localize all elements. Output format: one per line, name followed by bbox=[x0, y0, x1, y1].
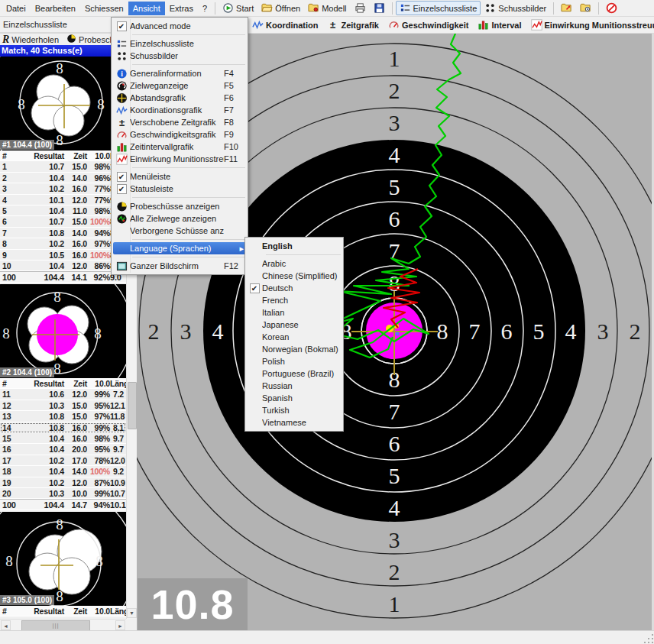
toolbar-button-modell[interactable]: Modell bbox=[304, 1, 350, 15]
shot-row[interactable]: 1210.315.095%12.1 bbox=[0, 400, 126, 411]
language-item-spanish[interactable]: Spanish bbox=[245, 392, 343, 404]
toolbar-button-start[interactable]: Start bbox=[219, 1, 257, 15]
cell: 14.0 bbox=[64, 466, 87, 477]
menu-item-advanced-mode[interactable]: ✔Advanced mode bbox=[112, 20, 248, 32]
menu-item-men-leiste[interactable]: ✔Menüleiste bbox=[112, 170, 248, 183]
shot-group-thumbnail[interactable]: 8888#3 105.0 (100) bbox=[0, 512, 126, 606]
resize-grip[interactable] bbox=[643, 633, 653, 643]
horizontal-scroll-thumb[interactable]: ||| bbox=[21, 620, 90, 631]
speed-icon bbox=[116, 129, 128, 141]
language-item-norwegian-bokmal[interactable]: Norwegian (Bokmal) bbox=[245, 343, 343, 355]
cell: 92% bbox=[87, 272, 110, 283]
shot-row[interactable]: 210.414.096%8 bbox=[0, 173, 126, 183]
menu-item-verborgene-sch-sse-anzeigen[interactable]: Verborgene Schüsse anzeigen bbox=[112, 225, 248, 237]
shot-row[interactable]: 810.216.097%9 bbox=[0, 238, 126, 249]
scroll-left-button[interactable]: ◄ bbox=[1, 620, 11, 630]
shot-row[interactable]: 1910.212.087%10.9 bbox=[0, 477, 126, 488]
table-total-row[interactable]: 100104.414.794%10.1 bbox=[0, 499, 126, 510]
shot-row[interactable]: 710.814.094%8 bbox=[0, 228, 126, 238]
language-item-korean[interactable]: Korean bbox=[245, 331, 343, 343]
language-item-label: Portuguese (Brazil) bbox=[262, 369, 339, 378]
language-item-japanese[interactable]: Japanese bbox=[245, 319, 343, 331]
toolbar-button-print[interactable] bbox=[351, 1, 370, 15]
submenu-arrow-icon: ▸ bbox=[224, 244, 244, 254]
menu-item-zeitintervallgrafik[interactable]: ZeitintervallgrafikF10 bbox=[112, 141, 248, 153]
language-item-portuguese-brazil[interactable]: Portuguese (Brazil) bbox=[245, 367, 343, 380]
shot-row[interactable]: 110.715.098%10 bbox=[0, 161, 126, 172]
graph-toggle-koordination[interactable]: Koordination bbox=[252, 19, 318, 31]
shot-row[interactable]: 410.112.077%9 bbox=[0, 195, 126, 205]
language-item-arabic[interactable]: Arabic bbox=[245, 257, 343, 270]
shot-row[interactable]: 310.216.077%8 bbox=[0, 183, 126, 194]
shot-row[interactable]: 1010.412.086%8 bbox=[0, 261, 126, 271]
menu-item-abstandsgrafik[interactable]: AbstandsgrafikF6 bbox=[112, 92, 248, 104]
menubar-item-bearbeiten[interactable]: Bearbeiten bbox=[31, 2, 80, 15]
shot-row[interactable]: 1410.816.099%8.1 bbox=[0, 422, 126, 433]
cell: 13 bbox=[0, 411, 15, 422]
graph-toggle-zeitgrafik[interactable]: ±Zeitgrafik bbox=[327, 19, 379, 31]
cell: 5 bbox=[0, 205, 15, 216]
language-item-deutsch[interactable]: ✔Deutsch bbox=[245, 282, 343, 294]
repeat-button[interactable]: R Wiederholen bbox=[2, 35, 59, 44]
menu-item-geschwindigkeitsgrafik[interactable]: GeschwindigkeitsgrafikF9 bbox=[112, 128, 248, 141]
svg-text:8: 8 bbox=[53, 361, 61, 377]
shot-row[interactable]: 1110.612.099%7.2 bbox=[0, 389, 126, 400]
menu-item-einwirkung-munitionsstreuung[interactable]: Einwirkung MunitionsstreuungF11 bbox=[112, 153, 248, 165]
toolbar-button-schussbilder[interactable]: Schussbilder bbox=[481, 1, 550, 15]
graph-toggle-einwirkung-munitionsstreuung[interactable]: Einwirkung Munitionsstreuung bbox=[531, 19, 654, 31]
menubar-item-schiessen[interactable]: Schiessen bbox=[80, 2, 128, 15]
menu-item-probesch-sse-anzeigen[interactable]: Probeschüsse anzeigen bbox=[112, 200, 248, 212]
shot-row[interactable]: 910.516.0100%8 bbox=[0, 250, 126, 261]
language-item-chinese-simplified[interactable]: Chinese (Simplified) bbox=[245, 270, 343, 282]
menu-item-language-sprachen[interactable]: Language (Sprachen)▸ bbox=[113, 242, 246, 254]
menu-item-statusleiste[interactable]: ✔Statusleiste bbox=[112, 183, 248, 195]
shot-row[interactable]: 1710.217.078%12.0 bbox=[0, 455, 126, 466]
toolbar-button-einzelschussliste[interactable]: Einzelschussliste bbox=[396, 1, 481, 15]
menu-item-verschobene-zeitgrafik[interactable]: ±Verschobene ZeitgrafikF8 bbox=[112, 116, 248, 128]
menu-item-koordinationsgrafik[interactable]: KoordinationsgrafikF7 bbox=[112, 104, 248, 116]
scroll-down-button[interactable]: ▼ bbox=[127, 608, 137, 618]
language-item-vietnamese[interactable]: Vietnamese bbox=[245, 416, 343, 429]
shot-group-thumbnail[interactable]: 8888#2 104.4 (100) bbox=[0, 284, 126, 378]
language-item-russian[interactable]: Russian bbox=[245, 380, 343, 392]
language-item-english[interactable]: English bbox=[245, 240, 343, 252]
cell: 77% bbox=[87, 183, 110, 194]
menu-item-ganzer-bildschirm[interactable]: Ganzer BildschirmF12 bbox=[112, 260, 248, 272]
shot-row[interactable]: 1610.420.095%9.7 bbox=[0, 444, 126, 455]
svg-text:5: 5 bbox=[533, 319, 545, 344]
table-total-row[interactable]: 100104.414.192%9.0 bbox=[0, 271, 126, 283]
menu-item-einzelschussliste[interactable]: Einzelschussliste bbox=[112, 37, 248, 50]
svg-text:3: 3 bbox=[597, 319, 609, 344]
shot-row[interactable]: 510.411.098%10 bbox=[0, 205, 126, 216]
scroll-right-button[interactable]: ► bbox=[115, 620, 125, 630]
language-item-turkish[interactable]: Turkish bbox=[245, 404, 343, 416]
sighters-icon bbox=[66, 34, 76, 44]
shot-row[interactable]: 2010.310.099%10.7 bbox=[0, 488, 126, 499]
toolbar-button-no-entry[interactable] bbox=[602, 1, 621, 15]
shot-row[interactable]: 1510.416.098%9.7 bbox=[0, 433, 126, 444]
language-item-polish[interactable]: Polish bbox=[245, 355, 343, 367]
toolbar-button-save[interactable] bbox=[370, 1, 389, 15]
graph-toggle-interval[interactable]: Interval bbox=[478, 19, 521, 31]
menu-item-generalinformation[interactable]: iGeneralinformationF4 bbox=[112, 67, 248, 79]
menu-shortcut: F9 bbox=[224, 130, 244, 139]
menubar-item-ansicht[interactable]: Ansicht bbox=[128, 2, 165, 15]
toolbar-button-folder-target[interactable] bbox=[576, 1, 595, 15]
menu-item-alle-zielwege-anzeigen[interactable]: Alle Zielwege anzeigen bbox=[112, 212, 248, 225]
language-item-french[interactable]: French bbox=[245, 294, 343, 306]
shot-group-thumbnail[interactable]: 8888#1 104.4 (100) bbox=[0, 57, 126, 150]
language-item-italian[interactable]: Italian bbox=[245, 306, 343, 319]
shot-row[interactable]: 610.715.0100%8 bbox=[0, 216, 126, 227]
menu-item-schussbilder[interactable]: Schussbilder bbox=[112, 50, 248, 62]
shot-row[interactable]: 1810.414.0100%9.2 bbox=[0, 466, 126, 477]
toolbar-button-ffnen[interactable]: Öffnen bbox=[257, 1, 304, 15]
horizontal-scrollbar[interactable]: ◄ ||| ► bbox=[0, 619, 126, 630]
menubar-item-extras[interactable]: Extras bbox=[165, 2, 198, 15]
menubar-item-datei[interactable]: Datei bbox=[2, 2, 31, 15]
menu-item-zielweganzeige[interactable]: ZielweganzeigeF5 bbox=[112, 79, 248, 92]
menubar-item-help[interactable]: ? bbox=[198, 2, 212, 15]
graph-toggle-geschwindigkeit[interactable]: Geschwindigkeit bbox=[388, 19, 468, 31]
toolbar-button-folder-export[interactable] bbox=[557, 1, 576, 15]
vertical-scroll-thumb[interactable] bbox=[128, 382, 137, 429]
shot-row[interactable]: 1310.815.097%11.8 bbox=[0, 411, 126, 422]
